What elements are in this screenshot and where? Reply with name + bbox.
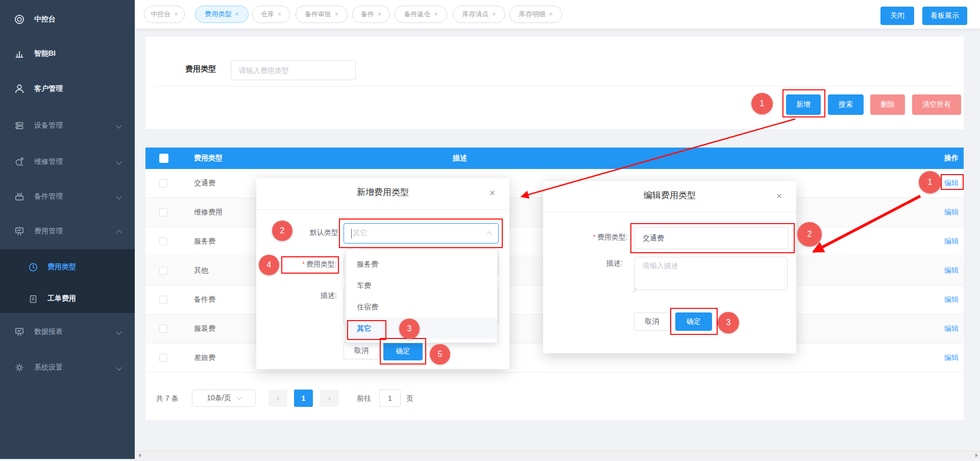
confirm-button[interactable]: 确定: [383, 342, 423, 360]
sidebar-item-label: 数据报表: [34, 327, 63, 336]
close-icon[interactable]: ×: [235, 11, 238, 17]
close-icon[interactable]: ×: [434, 11, 437, 17]
chevron-up-icon: [486, 231, 492, 237]
close-icon[interactable]: ×: [174, 11, 178, 17]
row-checkbox[interactable]: [159, 237, 167, 246]
chevron-down-icon: [116, 365, 121, 370]
goto-page-input[interactable]: [379, 390, 401, 407]
current-page[interactable]: 1: [294, 390, 313, 407]
edit-link[interactable]: 编辑: [944, 266, 959, 275]
sidebar-item-repair[interactable]: 维修管理: [0, 154, 135, 170]
sidebar-item-customers[interactable]: 客户管理: [0, 81, 135, 97]
gear-icon: [14, 362, 25, 373]
pagination: 共 7 条 10条/页 ‹ 1 › 前往 页: [145, 390, 964, 407]
cell-expense-type: 交通费: [194, 179, 215, 188]
cell-expense-type: 其他: [194, 266, 208, 275]
cell-expense-type: 维修费用: [194, 208, 223, 217]
sidebar-item-label: 客户管理: [34, 84, 63, 93]
sidebar-item-bi[interactable]: 智能BI: [0, 45, 135, 62]
page-size-select[interactable]: 10条/页: [192, 390, 256, 407]
close-icon[interactable]: ×: [489, 188, 495, 198]
tab-spare-approval[interactable]: 备件审批×: [296, 6, 348, 23]
total-count: 共 7 条: [156, 390, 179, 407]
divider: [543, 212, 796, 212]
tab-expense-type[interactable]: 费用类型×: [195, 6, 249, 23]
edit-link[interactable]: 编辑: [944, 353, 959, 362]
row-checkbox[interactable]: [159, 208, 167, 216]
customer-icon: [14, 83, 25, 94]
sidebar-item-console[interactable]: 中控台: [0, 11, 135, 28]
close-icon[interactable]: ×: [278, 11, 281, 17]
default-type-label: 默认类型: [256, 228, 338, 237]
close-icon[interactable]: ×: [335, 11, 338, 17]
cancel-button[interactable]: 取消: [344, 342, 379, 359]
select-all-checkbox[interactable]: [159, 154, 168, 163]
option-other[interactable]: 其它: [346, 318, 497, 339]
tab-label: 库存清点: [462, 10, 488, 19]
confirm-button[interactable]: 确定: [675, 312, 712, 331]
required-mark: *: [593, 233, 596, 241]
text-cursor: [351, 229, 352, 238]
board-display-button[interactable]: 看板展示: [922, 7, 967, 25]
option-service-fee[interactable]: 服务费: [346, 253, 497, 275]
edit-link[interactable]: 编辑: [944, 295, 959, 304]
tab-spare-parts[interactable]: 备件×: [352, 6, 390, 23]
sidebar-item-reports[interactable]: 数据报表: [0, 324, 135, 340]
clear-all-button[interactable]: 清空所有: [912, 94, 961, 115]
tab-spare-return[interactable]: 备件返仓×: [395, 6, 447, 23]
tab-label: 备件返仓: [404, 10, 430, 19]
sidebar-item-expense-type[interactable]: 费用类型: [0, 259, 135, 275]
chevron-down-icon: [116, 329, 121, 334]
scroll-left-icon[interactable]: [138, 453, 141, 457]
option-car-fee[interactable]: 车费: [346, 275, 497, 296]
desc-textarea[interactable]: [634, 257, 788, 290]
edit-link[interactable]: 编辑: [944, 179, 959, 188]
close-icon[interactable]: ×: [549, 11, 552, 17]
edit-link[interactable]: 编辑: [944, 324, 959, 333]
tab-stock-detail[interactable]: 库存明细×: [509, 6, 562, 23]
expense-type-input[interactable]: [634, 227, 789, 249]
sidebar-item-label: 备件管理: [34, 192, 63, 201]
chevron-down-icon: [116, 193, 121, 199]
next-page-button[interactable]: ›: [320, 390, 339, 407]
tab-warehouse[interactable]: 仓库×: [252, 6, 290, 23]
label-text: 费用类型:: [306, 260, 337, 268]
divider: [256, 209, 509, 210]
sidebar-item-spare-parts[interactable]: 备件管理: [0, 188, 135, 205]
close-icon[interactable]: ×: [776, 191, 782, 201]
close-icon[interactable]: ×: [378, 11, 381, 17]
row-checkbox[interactable]: [159, 179, 167, 187]
default-type-select[interactable]: 其它: [344, 223, 499, 244]
tab-stock-count[interactable]: 库存清点×: [453, 6, 505, 23]
sidebar-item-settings[interactable]: 系统设置: [0, 359, 135, 376]
sidebar-item-devices[interactable]: 设备管理: [0, 117, 135, 134]
scroll-right-icon[interactable]: [975, 453, 978, 457]
horizontal-scrollbar[interactable]: [135, 451, 980, 459]
close-tabs-button[interactable]: 关闭: [880, 7, 914, 25]
tab-console[interactable]: 中控台×: [144, 6, 185, 23]
sidebar: 中控台 智能BI 客户管理 设备管理 维修管理 备件管理: [0, 0, 135, 459]
select-placeholder: 其它: [353, 229, 367, 238]
edit-link[interactable]: 编辑: [944, 237, 959, 246]
option-lodging-fee[interactable]: 住宿费: [346, 296, 497, 318]
expense-type-search-input[interactable]: [231, 60, 356, 80]
row-checkbox[interactable]: [159, 296, 167, 304]
textarea-resize-handle[interactable]: [631, 287, 636, 292]
sidebar-item-expenses[interactable]: 费用管理: [0, 223, 135, 239]
delete-button[interactable]: 删除: [870, 94, 905, 115]
clock-icon: [28, 262, 38, 272]
row-checkbox[interactable]: [159, 325, 167, 333]
row-checkbox[interactable]: [159, 354, 167, 362]
edit-link[interactable]: 编辑: [944, 208, 959, 217]
chevron-up-icon: [116, 230, 121, 235]
bi-chart-icon: [14, 48, 25, 59]
search-button[interactable]: 搜索: [828, 94, 864, 115]
row-checkbox[interactable]: [159, 266, 167, 275]
close-icon[interactable]: ×: [492, 11, 496, 17]
prev-page-button[interactable]: ‹: [268, 390, 287, 407]
sidebar-item-workorder-expense[interactable]: 工单费用: [0, 290, 135, 307]
tab-label: 费用类型: [205, 10, 231, 19]
add-button[interactable]: 新增: [786, 94, 821, 115]
cancel-button[interactable]: 取消: [634, 312, 670, 331]
required-mark: *: [302, 260, 305, 268]
